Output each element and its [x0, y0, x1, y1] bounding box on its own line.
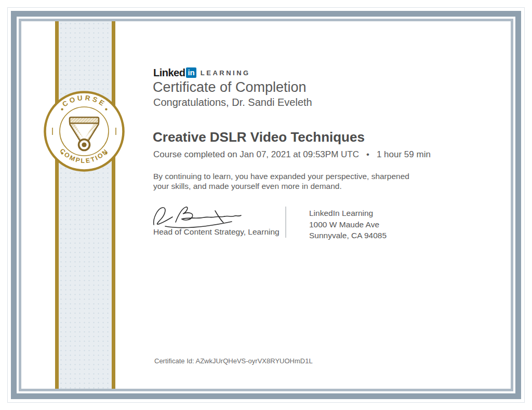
logo-learning-text: LEARNING [201, 69, 250, 77]
signature-icon [152, 203, 245, 228]
course-duration: 1 hour 59 min [377, 149, 431, 159]
completion-meta: Course completed on Jan 07, 2021 at 09:5… [153, 149, 431, 160]
congratulatory-body: By continuing to learn, you have expande… [153, 172, 421, 191]
certificate-id: Certificate Id: AZwkJUrQHeVS-oyrVX8RYUOH… [154, 357, 313, 365]
congratulations-line: Congratulations, Dr. Sandi Eveleth [153, 97, 312, 108]
signature [152, 203, 245, 230]
certificate-page: COURSE COMPLETION Linked in LEARNING Cer… [0, 0, 532, 410]
address-line-1: LinkedIn Learning [309, 208, 387, 219]
vertical-divider [285, 207, 286, 238]
company-address: LinkedIn Learning 1000 W Maude Ave Sunny… [309, 208, 387, 241]
linkedin-learning-logo: Linked in LEARNING [153, 67, 250, 78]
linkedin-in-icon: in [186, 67, 196, 78]
address-line-2: 1000 W Maude Ave [309, 219, 387, 230]
completion-date: Course completed on Jan 07, 2021 at 09:5… [153, 149, 359, 159]
address-line-3: Sunnyvale, CA 94085 [309, 230, 387, 241]
bullet-separator: • [366, 149, 369, 159]
signer-title: Head of Content Strategy, Learning [153, 227, 280, 237]
certificate-title: Certificate of Completion [153, 79, 307, 95]
course-title: Creative DSLR Video Techniques [153, 129, 365, 145]
logo-linked-text: Linked [153, 67, 185, 79]
certificate-content: Linked in LEARNING Certificate of Comple… [0, 0, 532, 410]
